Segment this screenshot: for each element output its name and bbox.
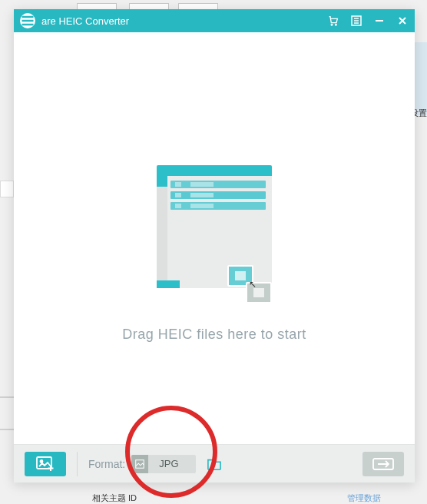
format-select[interactable]: JPG — [131, 455, 195, 473]
format-label: Format: — [88, 458, 125, 470]
app-title: are HEIC Converter — [41, 15, 327, 27]
bg-line — [0, 181, 14, 197]
svg-point-4 — [41, 460, 43, 463]
output-folder-button[interactable] — [204, 455, 225, 473]
drop-illustration-icon: ↖ — [157, 165, 272, 311]
app-logo-icon — [20, 13, 35, 28]
minimize-button[interactable] — [373, 15, 386, 27]
add-files-button[interactable] — [25, 452, 66, 476]
app-window: are HEIC Converter — [14, 9, 415, 482]
bg-bottom-label: 相关主题 ID — [92, 492, 137, 504]
bg-line — [0, 396, 15, 398]
drop-message: Drag HEIC files here to start — [122, 327, 306, 343]
svg-point-0 — [331, 25, 333, 26]
separator — [77, 452, 78, 476]
menu-icon[interactable] — [350, 15, 362, 27]
format-type-icon — [131, 455, 148, 473]
titlebar: are HEIC Converter — [14, 9, 415, 32]
svg-point-1 — [336, 25, 337, 26]
close-button[interactable] — [396, 15, 409, 27]
bg-bottom-link: 管理数据 — [347, 492, 381, 504]
bg-line — [0, 429, 15, 430]
cart-icon[interactable] — [327, 15, 339, 27]
convert-button[interactable] — [362, 452, 404, 476]
window-controls — [327, 15, 409, 27]
format-value: JPG — [148, 458, 195, 469]
bottom-toolbar: Format: JPG — [14, 444, 415, 482]
svg-rect-3 — [37, 457, 51, 469]
file-drop-area[interactable]: ↖ Drag HEIC files here to start — [14, 32, 415, 444]
